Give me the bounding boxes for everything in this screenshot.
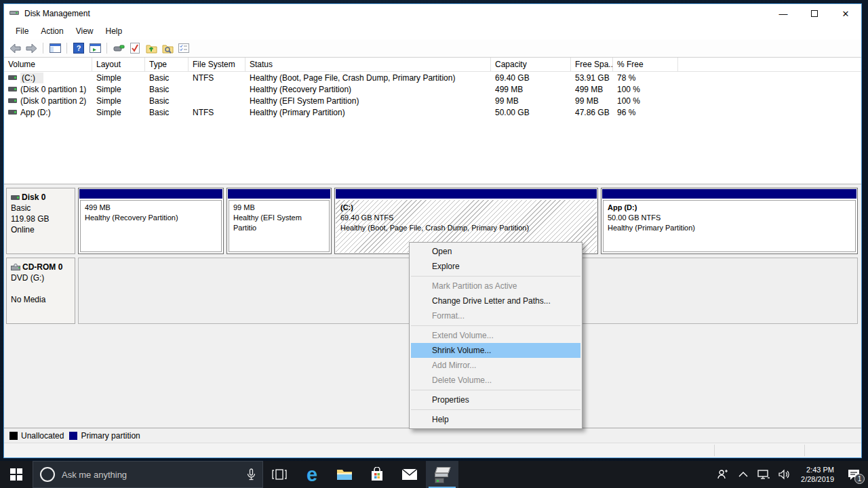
partition-recovery[interactable]: 499 MB Healthy (Recovery Partition) (78, 188, 224, 254)
chevron-up-icon[interactable] (734, 461, 752, 488)
folder-export-icon[interactable] (144, 41, 158, 55)
cortana-icon (40, 467, 55, 482)
pct-value: 78 % (613, 73, 678, 83)
fs-value: NTFS (189, 108, 245, 117)
microphone-icon[interactable] (247, 468, 256, 481)
menu-item-open[interactable]: Open (410, 244, 582, 259)
status-value: Healthy (Boot, Page File, Crash Dump, Pr… (245, 73, 491, 83)
partition-app-d[interactable]: App (D:) 50.00 GB NTFS Healthy (Primary … (601, 188, 858, 254)
menu-item-delete-volume: Delete Volume... (410, 373, 582, 388)
partition-size: 50.00 GB NTFS (608, 213, 851, 223)
mail-icon (401, 468, 418, 481)
windows-logo-icon (10, 468, 22, 481)
notification-badge: 1 (854, 474, 865, 484)
menu-item-add-mirror: Add Mirror... (410, 358, 582, 373)
legend-label: Unallocated (21, 431, 64, 441)
taskbar-clock[interactable]: 2:43 PM 2/28/2019 (795, 465, 840, 484)
menu-view[interactable]: View (70, 24, 100, 38)
cdrom-label-panel[interactable]: CD-ROM 0 DVD (G:) No Media (6, 258, 75, 324)
people-icon[interactable] (714, 461, 732, 488)
menu-separator (411, 325, 580, 326)
minimize-button[interactable]: — (768, 4, 799, 23)
mail-button[interactable] (393, 461, 426, 488)
forward-icon[interactable] (24, 41, 38, 55)
header-capacity[interactable]: Capacity (491, 58, 571, 71)
menu-item-shrink-volume[interactable]: Shrink Volume... (411, 343, 580, 358)
task-view-icon (272, 468, 287, 481)
disk-management-taskbar-button[interactable] (426, 461, 458, 488)
system-tray: 2:43 PM 2/28/2019 1 (714, 461, 868, 488)
header-layout[interactable]: Layout (92, 58, 145, 71)
menu-item-properties[interactable]: Properties (410, 392, 582, 407)
disk0-label-panel[interactable]: Disk 0 Basic 119.98 GB Online (6, 188, 75, 254)
pct-value: 100 % (613, 96, 678, 106)
table-row-partition2[interactable]: (Disk 0 partition 2) Simple Basic Health… (4, 95, 861, 106)
start-button[interactable] (0, 461, 33, 488)
menu-item-format: Format... (410, 308, 582, 323)
table-row-partition1[interactable]: (Disk 0 partition 1) Simple Basic Health… (4, 83, 861, 95)
menu-item-explore[interactable]: Explore (410, 259, 582, 274)
pct-value: 100 % (613, 85, 678, 94)
volume-name: (C:) (20, 73, 43, 83)
volume-icon[interactable] (775, 461, 793, 488)
store-button[interactable] (361, 461, 393, 488)
volume-icon (8, 110, 17, 115)
header-filler (678, 58, 861, 71)
action-center-button[interactable]: 1 (842, 461, 865, 488)
layout-value: Simple (92, 73, 145, 83)
layout-value: Simple (92, 85, 145, 94)
cdrom-name: CD-ROM 0 (22, 262, 62, 272)
close-button[interactable]: ✕ (830, 4, 861, 23)
menu-separator (411, 276, 580, 277)
menu-file[interactable]: File (9, 24, 35, 38)
legend-unallocated: Unallocated (9, 431, 64, 441)
toolbar-separator (43, 43, 43, 54)
header-percent-free[interactable]: % Free (613, 58, 678, 71)
search-input[interactable]: Ask me anything (33, 461, 263, 488)
legend-bar: Unallocated Primary partition (4, 428, 861, 443)
folder-find-icon[interactable] (161, 41, 174, 55)
menu-item-extend-volume: Extend Volume... (410, 328, 582, 343)
legend-label: Primary partition (81, 431, 140, 441)
task-view-button[interactable] (263, 461, 296, 488)
properties-list-icon[interactable] (177, 41, 191, 55)
toolbar-separator (66, 43, 67, 54)
header-status[interactable]: Status (245, 58, 491, 71)
type-value: Basic (145, 96, 189, 106)
menu-action[interactable]: Action (35, 24, 69, 38)
status-value: Healthy (EFI System Partition) (245, 96, 491, 106)
volume-list-header: Volume Layout Type File System Status Ca… (4, 58, 861, 72)
free-value: 499 MB (571, 85, 613, 94)
header-free-space[interactable]: Free Spa... (571, 58, 613, 71)
back-icon[interactable] (8, 41, 22, 55)
window-title: Disk Management (24, 9, 90, 18)
status-value: Healthy (Recovery Partition) (245, 85, 491, 94)
disk0-size: 119.98 GB (11, 214, 71, 224)
maximize-icon (811, 10, 818, 17)
help-icon[interactable]: ? (72, 41, 85, 55)
disk0-state: Online (11, 224, 71, 235)
check-document-icon[interactable] (128, 41, 142, 55)
volume-icon (8, 87, 17, 92)
network-icon[interactable] (755, 461, 772, 488)
menu-item-help[interactable]: Help (410, 412, 582, 427)
header-file-system[interactable]: File System (189, 58, 245, 71)
partition-efi[interactable]: 99 MB Healthy (EFI System Partitio (226, 188, 332, 254)
menu-help[interactable]: Help (100, 24, 129, 38)
file-explorer-button[interactable] (328, 461, 361, 488)
detail-window-icon[interactable] (88, 41, 102, 55)
capacity-value: 99 MB (491, 96, 571, 106)
cdrom-kind: DVD (G:) (11, 272, 71, 283)
console-tree-icon[interactable] (48, 41, 62, 55)
menu-item-change-drive-letter[interactable]: Change Drive Letter and Paths... (410, 293, 582, 308)
table-row-app-d[interactable]: App (D:) Simple Basic NTFS Healthy (Prim… (4, 106, 861, 118)
edge-browser-button[interactable]: e (296, 461, 328, 488)
unallocated-swatch (9, 432, 18, 440)
capacity-value: 69.40 GB (491, 73, 571, 83)
maximize-button[interactable] (799, 4, 830, 23)
disk0-name: Disk 0 (22, 192, 45, 203)
header-type[interactable]: Type (145, 58, 189, 71)
table-row-c[interactable]: (C:) Simple Basic NTFS Healthy (Boot, Pa… (4, 72, 861, 83)
header-volume[interactable]: Volume (4, 58, 92, 71)
status-popup-icon[interactable] (112, 41, 125, 55)
